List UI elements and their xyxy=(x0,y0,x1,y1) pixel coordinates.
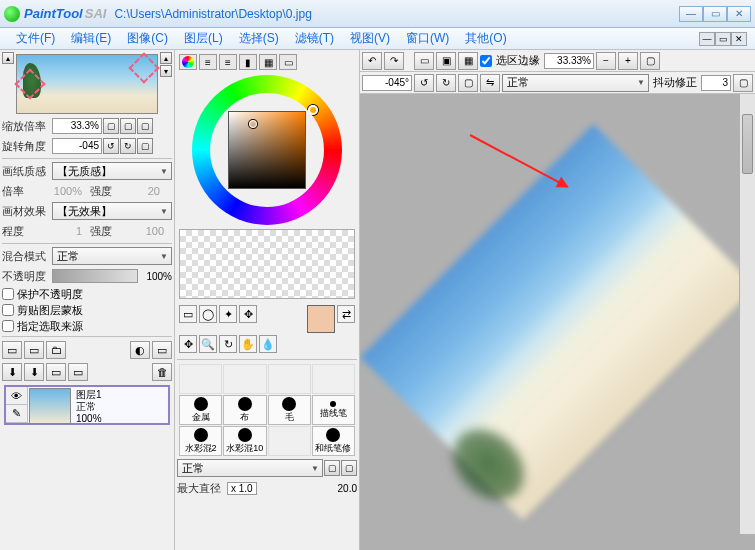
brush-blank[interactable] xyxy=(179,364,222,394)
rotate-ccw-button[interactable]: ↺ xyxy=(103,138,119,154)
new-linework-button[interactable]: ▭ xyxy=(24,341,44,359)
nav-up-button[interactable]: ▴ xyxy=(2,52,14,64)
foreground-color-swatch[interactable] xyxy=(307,305,335,333)
lasso-tool[interactable]: ◯ xyxy=(199,305,217,323)
brush-lineart[interactable]: 描线笔 xyxy=(312,395,355,425)
layer-edit-icon[interactable]: ✎ xyxy=(6,405,27,423)
magic-wand-tool[interactable]: ✦ xyxy=(219,305,237,323)
menu-window[interactable]: 窗口(W) xyxy=(398,28,457,49)
selection-edge-checkbox[interactable] xyxy=(480,55,492,67)
menu-edit[interactable]: 编辑(E) xyxy=(63,28,119,49)
rgb-slider-mode-button[interactable]: ≡ xyxy=(199,54,217,70)
gray-mode-button[interactable]: ▮ xyxy=(239,54,257,70)
brush-cloth[interactable]: 布 xyxy=(223,395,266,425)
brush-washi[interactable]: 和纸笔修 xyxy=(312,426,355,456)
swap-colors-button[interactable]: ⇄ xyxy=(337,305,355,323)
zoom-tool[interactable]: 🔍 xyxy=(199,335,217,353)
swatch-palette[interactable] xyxy=(179,229,355,299)
hand-tool[interactable]: ✋ xyxy=(239,335,257,353)
canvas-zoom-in-button[interactable]: + xyxy=(618,52,638,70)
hsv-slider-mode-button[interactable]: ≡ xyxy=(219,54,237,70)
swatches-mode-button[interactable]: ▦ xyxy=(259,54,277,70)
preserve-opacity-checkbox[interactable] xyxy=(2,288,14,300)
nav-down-button[interactable]: ▾ xyxy=(160,65,172,77)
canvas-zoom-out-button[interactable]: − xyxy=(596,52,616,70)
menu-filter[interactable]: 滤镜(T) xyxy=(287,28,342,49)
zoom-fit-button[interactable]: ▢ xyxy=(137,118,153,134)
scrollbar-thumb[interactable] xyxy=(742,114,753,174)
new-folder-button[interactable]: 🗀 xyxy=(46,341,66,359)
brush-blank[interactable] xyxy=(268,426,311,456)
doc-close-button[interactable]: ✕ xyxy=(731,32,747,46)
brush-size-mult[interactable]: x 1.0 xyxy=(227,482,257,495)
clear-layer-button[interactable]: ▭ xyxy=(68,363,88,381)
maximize-button[interactable]: ▭ xyxy=(703,6,727,22)
brush-fur[interactable]: 毛 xyxy=(268,395,311,425)
brush-blank[interactable] xyxy=(223,364,266,394)
show-select-button[interactable]: ▦ xyxy=(458,52,478,70)
canvas-angle-input[interactable] xyxy=(362,75,412,91)
color-wheel-mode-button[interactable] xyxy=(179,54,197,70)
delete-layer-button[interactable]: 🗑 xyxy=(152,363,172,381)
stabilizer-input[interactable] xyxy=(701,75,731,91)
menu-view[interactable]: 视图(V) xyxy=(342,28,398,49)
material-effect-dropdown[interactable]: 【无效果】 xyxy=(52,202,172,220)
clipping-mask-checkbox[interactable] xyxy=(2,304,14,316)
menu-image[interactable]: 图像(C) xyxy=(119,28,176,49)
rotate-value[interactable]: -045 xyxy=(52,138,102,154)
rotate-cw-button[interactable]: ↻ xyxy=(120,138,136,154)
doc-maximize-button[interactable]: ▭ xyxy=(715,32,731,46)
layer-mask-button[interactable]: ◐ xyxy=(130,341,150,359)
redo-button[interactable]: ↷ xyxy=(384,52,404,70)
transfer-down-button[interactable]: ⬇ xyxy=(2,363,22,381)
canvas-rotate-reset-button[interactable]: ▢ xyxy=(458,74,478,92)
stabilizer-opt-button[interactable]: ▢ xyxy=(733,74,753,92)
deselect-button[interactable]: ▭ xyxy=(414,52,434,70)
blend-mode-dropdown[interactable]: 正常 xyxy=(52,247,172,265)
doc-minimize-button[interactable]: — xyxy=(699,32,715,46)
menu-layer[interactable]: 图层(L) xyxy=(176,28,231,49)
canvas-vertical-scrollbar[interactable] xyxy=(739,94,755,534)
layer-item[interactable]: 👁 ✎ 图层1 正常 100% xyxy=(4,385,170,425)
color-wheel[interactable] xyxy=(177,72,357,227)
close-button[interactable]: ✕ xyxy=(727,6,751,22)
hue-cursor-icon[interactable] xyxy=(308,105,318,115)
nav-up2-button[interactable]: ▴ xyxy=(160,52,172,64)
brush-mode-dropdown[interactable]: 正常 xyxy=(177,459,323,477)
canvas-viewport[interactable] xyxy=(360,94,755,550)
menu-other[interactable]: 其他(O) xyxy=(457,28,514,49)
rotate-tool[interactable]: ↻ xyxy=(219,335,237,353)
canvas-flip-button[interactable]: ⇋ xyxy=(480,74,500,92)
sv-cursor-icon[interactable] xyxy=(249,120,257,128)
rect-select-tool[interactable]: ▭ xyxy=(179,305,197,323)
scratchpad-mode-button[interactable]: ▭ xyxy=(279,54,297,70)
flatten-button[interactable]: ▭ xyxy=(46,363,66,381)
eyedropper-tool[interactable]: 💧 xyxy=(259,335,277,353)
opacity-slider[interactable] xyxy=(52,269,138,283)
zoom-out-button[interactable]: ▢ xyxy=(103,118,119,134)
rotate-reset-button[interactable]: ▢ xyxy=(137,138,153,154)
zoom-value[interactable]: 33.3% xyxy=(52,118,102,134)
new-layer-button[interactable]: ▭ xyxy=(2,341,22,359)
zoom-in-button[interactable]: ▢ xyxy=(120,118,136,134)
brush-blank[interactable] xyxy=(268,364,311,394)
brush-blank[interactable] xyxy=(312,364,355,394)
brush-setting2-button[interactable]: ▢ xyxy=(341,460,357,476)
canvas-zoom-input[interactable] xyxy=(544,53,594,69)
navigator-thumbnail[interactable] xyxy=(16,54,158,114)
invert-select-button[interactable]: ▣ xyxy=(436,52,456,70)
brush-metal[interactable]: 金属 xyxy=(179,395,222,425)
canvas-rotate-ccw-button[interactable]: ↺ xyxy=(414,74,434,92)
brush-watercolor2[interactable]: 水彩混2 xyxy=(179,426,222,456)
menu-select[interactable]: 选择(S) xyxy=(231,28,287,49)
brush-watercolor10[interactable]: 水彩混10 xyxy=(223,426,266,456)
canvas-zoom-reset-button[interactable]: ▢ xyxy=(640,52,660,70)
paper-texture-dropdown[interactable]: 【无质感】 xyxy=(52,162,172,180)
merge-down-button[interactable]: ⬇ xyxy=(24,363,44,381)
brush-setting1-button[interactable]: ▢ xyxy=(324,460,340,476)
canvas-rotate-cw-button[interactable]: ↻ xyxy=(436,74,456,92)
canvas-mode-dropdown[interactable]: 正常 xyxy=(502,74,649,92)
minimize-button[interactable]: — xyxy=(679,6,703,22)
layer-visibility-icon[interactable]: 👁 xyxy=(6,387,27,405)
move-tool2[interactable]: ✥ xyxy=(179,335,197,353)
